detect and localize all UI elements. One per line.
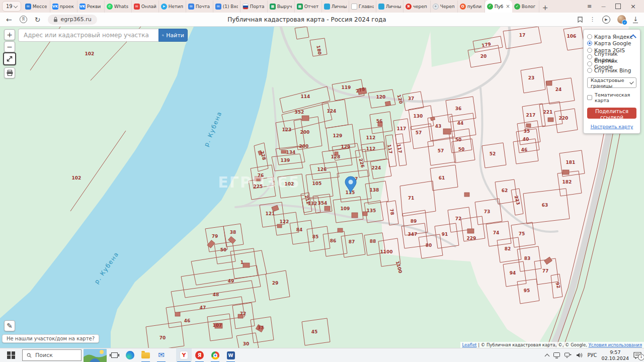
zoom-out-button[interactable]: − <box>4 41 15 52</box>
minimize-button[interactable]: — <box>601 4 606 9</box>
browser-tab[interactable]: ✉Онлай <box>132 1 159 13</box>
device-icon[interactable] <box>553 352 560 358</box>
radio-icon[interactable] <box>587 68 592 73</box>
chevron-down-icon <box>13 4 17 8</box>
leaflet-link[interactable]: Leaflet <box>462 342 477 347</box>
boundaries-dropdown[interactable]: Кадастровые границы <box>587 77 636 88</box>
cadastral-parcel[interactable] <box>361 142 386 162</box>
taskbar-app-mail[interactable]: ✉ <box>153 348 169 362</box>
browser-tab[interactable]: VKпроек <box>50 1 77 13</box>
refresh-button[interactable]: ↻ <box>35 16 41 23</box>
taskbar-app-explorer[interactable] <box>138 348 153 362</box>
draw-pencil-button[interactable]: ✎ <box>4 320 15 331</box>
media-play-icon[interactable]: ▶ <box>602 16 610 24</box>
browser-tab[interactable]: ▦Отчет <box>295 1 322 13</box>
taskbar-app-yandex[interactable]: Я <box>192 348 207 362</box>
browser-mode-icon[interactable]: Я <box>20 16 27 23</box>
radio-icon[interactable] <box>587 54 592 59</box>
parcel-label: 38 <box>230 230 236 235</box>
measure-icon <box>6 55 13 62</box>
search-button[interactable]: Найти <box>158 29 188 42</box>
cadastral-parcel[interactable] <box>295 27 309 39</box>
browser-tab[interactable]: ✆Whats <box>105 1 132 13</box>
map-canvas[interactable]: ЕГРП365102102180171061792023241141192781… <box>0 27 644 348</box>
tab-counter[interactable]: 19 <box>2 1 21 12</box>
tab-label: Отчет <box>304 4 318 9</box>
page-icon <box>351 4 357 10</box>
task-view-button[interactable] <box>107 348 122 362</box>
terms-link[interactable]: Условия использования <box>589 342 642 347</box>
tray-expand-icon[interactable] <box>545 353 550 358</box>
parcel-label: 50 <box>455 137 462 142</box>
parcel-label: 37 <box>258 325 264 330</box>
new-tab-button[interactable]: + <box>539 4 551 12</box>
browser-menu-button[interactable]: ≡ <box>587 3 592 10</box>
start-button[interactable] <box>0 348 22 362</box>
browser-tab[interactable]: Главна <box>349 1 376 13</box>
parcel-label: 29 <box>272 281 279 286</box>
browser-tab[interactable]: Ячереп <box>404 1 431 13</box>
profile-avatar[interactable]: ✓ <box>617 15 626 24</box>
volume-icon[interactable] <box>576 352 583 358</box>
restore-button[interactable] <box>615 4 621 9</box>
parcel-label: 124 <box>327 109 337 114</box>
taskbar-app-chrome[interactable] <box>207 348 223 362</box>
browser-tab[interactable]: ✉(1) Вхо <box>213 1 240 13</box>
action-center-button[interactable]: 1 <box>633 352 641 359</box>
search-input[interactable] <box>18 29 158 42</box>
url-field[interactable]: egrp365.ru <box>48 15 97 25</box>
browser-tab[interactable]: Личны <box>376 1 404 13</box>
back-button[interactable]: ← <box>6 16 12 23</box>
weather-widget[interactable] <box>84 349 107 362</box>
parcel-label: 70 <box>159 335 166 340</box>
browser-tab[interactable]: Личны <box>322 1 349 13</box>
taskbar-clock[interactable]: 9:57 02.10.2024 <box>602 349 629 361</box>
configure-map-link[interactable]: Настроить карту <box>587 124 636 129</box>
layer-option[interactable]: Спутник Google <box>587 60 636 67</box>
cadastral-parcel[interactable] <box>290 220 314 244</box>
browser-tab[interactable]: ✓Пуб× <box>485 0 512 13</box>
not-found-tooltip[interactable]: Не нашли участок/дом на карте? <box>2 334 99 343</box>
kebab-menu-icon[interactable]: ⋮ <box>590 17 595 22</box>
zoom-in-button[interactable]: + <box>4 29 15 40</box>
cadastral-parcel[interactable] <box>214 242 235 264</box>
layer-option[interactable]: Карта Google <box>587 40 636 47</box>
bookmark-icon[interactable] <box>578 17 583 23</box>
print-button[interactable] <box>4 67 15 78</box>
radio-icon[interactable] <box>587 41 592 46</box>
close-button[interactable]: × <box>630 3 636 10</box>
measure-tool-button[interactable] <box>3 52 16 65</box>
browser-tab[interactable]: ✓Волог <box>512 1 539 13</box>
browser-tab[interactable]: ✉Почта <box>186 1 213 13</box>
network-icon[interactable] <box>565 352 572 358</box>
parcel-label: 40 <box>523 137 529 142</box>
taskbar-app-yandex-browser[interactable]: Y <box>176 348 192 362</box>
parcel-label: 30 <box>243 341 250 346</box>
map-attribution: Leaflet | © Публичная кадастровая карта,… <box>460 342 644 348</box>
browser-tab[interactable]: VKРекви <box>77 1 105 13</box>
radio-icon[interactable] <box>587 48 592 53</box>
browser-tab[interactable]: Порта <box>240 1 268 13</box>
browser-tab[interactable]: ✉Мессе <box>23 1 50 13</box>
browser-tab-strip: 19 ✉МессеVKпроекVKРекви✆Whats✉Онлай➤Нети… <box>0 0 644 13</box>
taskbar-app-word[interactable]: W <box>223 348 238 362</box>
share-link-button[interactable]: Поделиться ссылкой <box>587 108 636 119</box>
layer-option[interactable]: Карта Яндекс <box>587 33 636 40</box>
radio-icon[interactable] <box>587 34 592 39</box>
browser-tab[interactable]: ➤Нетип <box>159 1 186 13</box>
radio-icon[interactable] <box>587 61 592 66</box>
parcel-label: 1100 <box>380 249 392 254</box>
browser-tab[interactable]: Опубли <box>458 1 485 13</box>
downloads-icon[interactable]: ↓ <box>633 16 638 23</box>
language-indicator[interactable]: РУС <box>587 352 597 358</box>
browser-tab[interactable]: ▦Выруч <box>268 1 295 13</box>
thematic-map-row[interactable]: Тематическая карта <box>587 92 636 103</box>
thematic-map-checkbox[interactable] <box>587 95 592 100</box>
parcel-label: 37 <box>408 96 415 101</box>
browser-tab[interactable]: ✦Череп <box>431 1 458 13</box>
taskbar-app-edge[interactable] <box>122 348 138 362</box>
cadastral-parcel[interactable] <box>146 322 184 348</box>
tab-close-icon[interactable]: × <box>506 4 510 9</box>
layer-option[interactable]: Спутник Bing <box>587 67 636 74</box>
taskbar-search[interactable]: Поиск <box>22 349 82 361</box>
